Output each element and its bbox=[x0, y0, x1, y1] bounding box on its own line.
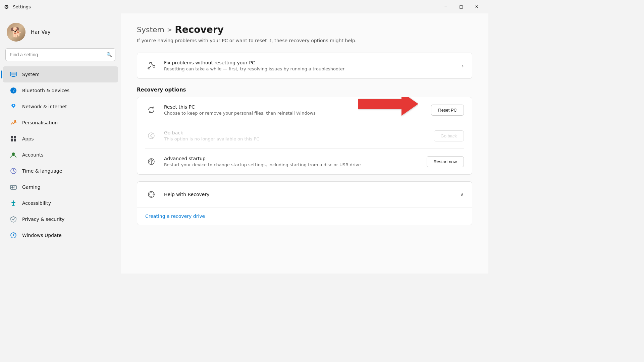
help-header[interactable]: Help with Recovery ∧ bbox=[137, 182, 472, 207]
avatar bbox=[7, 23, 25, 42]
search-icon: 🔍 bbox=[106, 52, 112, 57]
sidebar-item-privacy[interactable]: Privacy & security bbox=[3, 211, 118, 227]
sidebar-item-personalisation[interactable]: Personalisation bbox=[3, 115, 118, 131]
svg-rect-10 bbox=[14, 139, 16, 141]
startup-subtitle: Restart your device to change startup se… bbox=[164, 162, 420, 167]
fix-title: Fix problems without resetting your PC bbox=[164, 60, 455, 65]
sidebar-item-label-bluetooth: Bluetooth & devices bbox=[22, 88, 69, 93]
titlebar: ⚙ Settings − □ ✕ bbox=[0, 0, 488, 13]
sidebar-item-label-network: Network & internet bbox=[22, 104, 67, 109]
sidebar-item-bluetooth[interactable]: 𝒷 Bluetooth & devices bbox=[3, 82, 118, 99]
reset-subtitle: Choose to keep or remove your personal f… bbox=[164, 111, 424, 116]
avatar-image bbox=[7, 23, 25, 42]
help-card: Help with Recovery ∧ Creating a recovery… bbox=[137, 181, 472, 225]
search-box: 🔍 bbox=[5, 48, 115, 61]
bluetooth-icon: 𝒷 bbox=[9, 86, 17, 95]
svg-point-17 bbox=[14, 188, 15, 188]
svg-rect-8 bbox=[14, 136, 16, 138]
main-content: System > Recovery If you're having probl… bbox=[121, 13, 488, 274]
sidebar-item-apps[interactable]: Apps bbox=[3, 131, 118, 147]
startup-title: Advanced startup bbox=[164, 156, 420, 161]
svg-point-21 bbox=[153, 65, 155, 67]
help-expand-icon: ∧ bbox=[461, 192, 464, 197]
fix-problems-card[interactable]: Fix problems without resetting your PC R… bbox=[137, 53, 472, 79]
fix-chevron-icon: › bbox=[462, 63, 464, 69]
svg-point-23 bbox=[148, 133, 154, 139]
sidebar-item-system[interactable]: System bbox=[3, 66, 118, 82]
go-back-button: Go back bbox=[434, 130, 464, 141]
svg-rect-2 bbox=[11, 73, 16, 75]
sidebar-item-label-system: System bbox=[22, 72, 40, 77]
username: Har Vey bbox=[31, 29, 51, 35]
fix-text: Fix problems without resetting your PC R… bbox=[164, 60, 455, 71]
system-icon bbox=[9, 70, 17, 78]
go-back-subtitle: This option is no longer available on th… bbox=[164, 136, 427, 141]
svg-point-29 bbox=[150, 191, 152, 193]
sidebar-item-network[interactable]: Network & internet bbox=[3, 99, 118, 115]
accounts-icon bbox=[9, 151, 17, 159]
sidebar-item-label-apps: Apps bbox=[22, 136, 34, 141]
page-description: If you're having problems with your PC o… bbox=[137, 38, 472, 43]
recovery-options-card: Reset this PC Choose to keep or remove y… bbox=[137, 97, 472, 175]
svg-point-16 bbox=[14, 187, 15, 187]
help-icon bbox=[145, 188, 157, 200]
sidebar-nav: System 𝒷 Bluetooth & devices bbox=[0, 66, 121, 243]
user-profile: Har Vey bbox=[0, 19, 121, 48]
sidebar-item-label-privacy: Privacy & security bbox=[22, 217, 64, 222]
help-title: Help with Recovery bbox=[164, 192, 454, 197]
breadcrumb-separator: > bbox=[167, 26, 172, 33]
help-item-recovery-drive[interactable]: Creating a recovery drive bbox=[137, 207, 472, 225]
sidebar-item-label-accounts: Accounts bbox=[22, 152, 44, 158]
fix-subtitle: Resetting can take a while — first, try … bbox=[164, 66, 455, 71]
breadcrumb-parent[interactable]: System bbox=[137, 25, 164, 34]
maximize-button[interactable]: □ bbox=[453, 1, 469, 12]
reset-pc-button[interactable]: Reset PC bbox=[431, 105, 464, 116]
sidebar-item-update[interactable]: Windows Update bbox=[3, 227, 118, 243]
settings-icon: ⚙ bbox=[4, 4, 9, 10]
time-icon bbox=[9, 167, 17, 175]
titlebar-controls: − □ ✕ bbox=[438, 1, 484, 12]
svg-point-6 bbox=[14, 120, 16, 122]
sidebar-item-time[interactable]: Time & language bbox=[3, 163, 118, 179]
search-input[interactable] bbox=[5, 48, 115, 61]
accessibility-icon bbox=[9, 199, 17, 207]
go-back-row: Go back This option is no longer availab… bbox=[137, 123, 472, 148]
update-icon bbox=[9, 231, 17, 239]
reset-pc-row[interactable]: Reset this PC Choose to keep or remove y… bbox=[137, 97, 472, 123]
svg-rect-9 bbox=[11, 139, 13, 141]
svg-rect-7 bbox=[11, 136, 13, 138]
svg-point-25 bbox=[151, 161, 152, 162]
reset-title: Reset this PC bbox=[164, 104, 424, 110]
titlebar-left: ⚙ Settings bbox=[4, 4, 31, 10]
svg-point-27 bbox=[148, 193, 150, 195]
go-back-text: Go back This option is no longer availab… bbox=[164, 130, 427, 141]
close-button[interactable]: ✕ bbox=[469, 1, 484, 12]
privacy-icon bbox=[9, 215, 17, 223]
fix-problems-row[interactable]: Fix problems without resetting your PC R… bbox=[137, 53, 472, 78]
sidebar-item-accessibility[interactable]: Accessibility bbox=[3, 195, 118, 211]
personalisation-icon bbox=[9, 119, 17, 127]
svg-point-28 bbox=[153, 193, 155, 195]
reset-icon bbox=[145, 104, 157, 116]
restart-now-button[interactable]: Restart now bbox=[427, 156, 464, 167]
go-back-title: Go back bbox=[164, 130, 427, 135]
sidebar-item-label-personalisation: Personalisation bbox=[22, 120, 58, 125]
minimize-button[interactable]: − bbox=[438, 1, 453, 12]
sidebar-item-accounts[interactable]: Accounts bbox=[3, 147, 118, 163]
apps-icon bbox=[9, 135, 17, 143]
reset-text: Reset this PC Choose to keep or remove y… bbox=[164, 104, 424, 116]
recovery-options-title: Recovery options bbox=[137, 87, 472, 93]
sidebar-item-label-accessibility: Accessibility bbox=[22, 200, 51, 206]
breadcrumb: System > Recovery bbox=[137, 24, 472, 35]
titlebar-title: Settings bbox=[13, 4, 31, 9]
startup-icon bbox=[145, 156, 157, 168]
sidebar-item-label-update: Windows Update bbox=[22, 233, 62, 238]
svg-point-30 bbox=[150, 196, 152, 198]
go-back-icon bbox=[145, 130, 157, 142]
sidebar: Har Vey 🔍 System bbox=[0, 13, 121, 274]
advanced-startup-row[interactable]: Advanced startup Restart your device to … bbox=[137, 149, 472, 174]
startup-text: Advanced startup Restart your device to … bbox=[164, 156, 420, 167]
sidebar-item-label-gaming: Gaming bbox=[22, 184, 41, 190]
fix-icon bbox=[145, 60, 157, 72]
sidebar-item-gaming[interactable]: Gaming bbox=[3, 179, 118, 195]
